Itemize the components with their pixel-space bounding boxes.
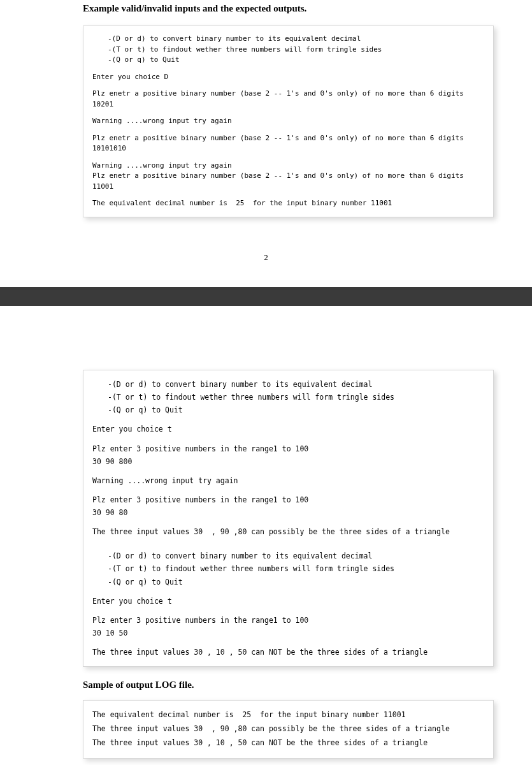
page-2: -(D or d) to convert binary number to it… (0, 306, 532, 765)
output-line: 30 90 80 (92, 506, 484, 519)
output-line: Warning ....wrong input try again (92, 474, 484, 487)
example-io-box-1: -(D or d) to convert binary number to it… (83, 26, 494, 217)
page-gap (0, 287, 532, 306)
log-file-heading: Sample of output LOG file. (83, 680, 513, 690)
output-line: Enter you choice D (92, 72, 484, 83)
menu-line: -(Q or q) to Quit (108, 576, 484, 588)
output-line: Plz enter 3 positive numbers in the rang… (92, 493, 484, 506)
page-number: 2 (19, 252, 513, 263)
output-line: Plz enetr a positive binary number (base… (92, 89, 484, 99)
output-line: Plz enetr a positive binary number (base… (92, 133, 484, 144)
output-line: 10201 (92, 99, 484, 110)
output-line: 11001 (92, 182, 484, 193)
output-line: 30 90 800 (92, 455, 484, 468)
example-io-box-2: -(D or d) to convert binary number to it… (83, 370, 494, 667)
menu-line: -(T or t) to findout wether three number… (108, 391, 484, 404)
output-line: Plz enter 3 positive numbers in the rang… (92, 614, 484, 627)
output-line: 10101010 (92, 143, 484, 154)
output-line: Warning ....wrong input try again (92, 116, 484, 127)
log-line: The equivalent decimal number is 25 for … (92, 708, 484, 722)
menu-line: -(T or t) to findout wether three number… (108, 562, 484, 575)
output-line: 30 10 50 (92, 627, 484, 639)
section-heading: Example valid/invalid inputs and the exp… (83, 3, 513, 14)
log-line: The three input values 30 , 10 , 50 can … (92, 736, 484, 750)
menu-line: -(T or t) to findout wether three number… (108, 45, 484, 55)
menu-line: -(D or d) to convert binary number to it… (108, 34, 484, 45)
output-line: Plz enter 3 positive numbers in the rang… (92, 442, 484, 455)
output-line: Warning ....wrong input try again (92, 161, 484, 171)
output-line: The three input values 30 , 10 , 50 can … (92, 646, 484, 659)
menu-line: -(D or d) to convert binary number to it… (108, 550, 484, 562)
output-line: Enter you choice t (92, 423, 484, 435)
menu-line: -(D or d) to convert binary number to it… (108, 378, 484, 391)
log-file-box: The equivalent decimal number is 25 for … (83, 700, 494, 759)
page-1: Example valid/invalid inputs and the exp… (0, 0, 532, 287)
menu-line: -(Q or q) to Quit (108, 55, 484, 66)
output-line: Enter you choice t (92, 595, 484, 608)
log-line: The three input values 30 , 90 ,80 can p… (92, 722, 484, 736)
output-line: The equivalent decimal number is 25 for … (92, 198, 484, 209)
output-line: Plz enetr a positive binary number (base… (92, 171, 484, 182)
menu-line: -(Q or q) to Quit (108, 404, 484, 416)
output-line: The three input values 30 , 90 ,80 can p… (92, 525, 484, 538)
